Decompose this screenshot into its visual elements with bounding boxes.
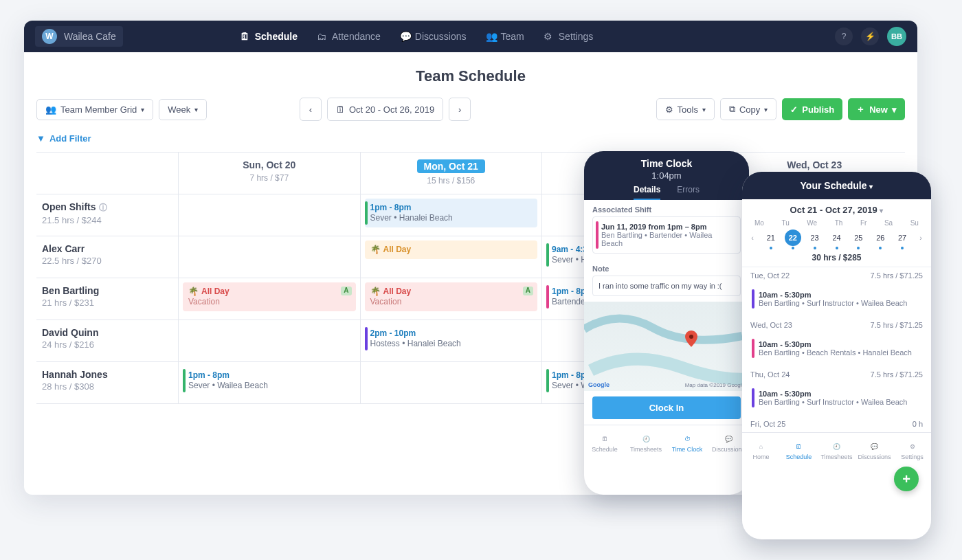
- copy-icon: ⧉: [729, 104, 735, 115]
- shift-bar: [752, 339, 754, 358]
- shift-card[interactable]: 10am - 5:30pmBen Bartling • Surf Instruc…: [750, 287, 923, 311]
- grid-cell[interactable]: [179, 236, 361, 278]
- tools-button[interactable]: ⚙ Tools ▾: [656, 98, 715, 120]
- publish-button[interactable]: ✓ Publish: [782, 98, 842, 120]
- row-header[interactable]: Alex Carr22.5 hrs / $270: [36, 236, 179, 278]
- shift-card[interactable]: 🌴All Day: [365, 240, 538, 259]
- week-range[interactable]: Oct 21 - Oct 27, 2019 ▾: [742, 199, 931, 215]
- nav-discussions[interactable]: 💬Discussions: [400, 31, 467, 42]
- dot-indicator: [901, 247, 904, 249]
- palm-icon: 🌴: [370, 287, 381, 296]
- gear-icon: ⚙: [665, 104, 673, 115]
- next-week[interactable]: ›: [916, 234, 926, 242]
- clock-in-button[interactable]: Clock In: [592, 396, 741, 419]
- shift-card[interactable]: A🌴All DayVacation: [365, 282, 538, 311]
- grid-cell[interactable]: [179, 320, 361, 361]
- phone-title[interactable]: Your Schedule ▾: [742, 180, 931, 191]
- grid-cell[interactable]: 🌴All Day: [361, 236, 543, 278]
- chevron-down-icon: ▾: [702, 106, 706, 113]
- shift-card[interactable]: 1pm - 8pmSever • Hanalei Beach: [365, 199, 538, 227]
- day-header[interactable]: Sun, Oct 207 hrs / $77: [179, 153, 361, 194]
- schedule-icon: 🗓: [240, 31, 251, 42]
- date-range-button[interactable]: 🗓 Oct 20 - Oct 26, 2019: [327, 98, 443, 121]
- day-21[interactable]: 21: [763, 229, 779, 246]
- tab-icon: 💬: [869, 441, 880, 452]
- shift-card[interactable]: 10am - 5:30pmBen Bartling • Beach Rental…: [750, 336, 923, 361]
- help-icon[interactable]: ?: [835, 27, 853, 45]
- tabbar-time clock[interactable]: ⏱Time Clock: [667, 425, 708, 461]
- day-22[interactable]: 22: [785, 229, 801, 246]
- check-icon: ✓: [790, 104, 798, 115]
- map[interactable]: Google Map data ©2019 Google: [584, 302, 749, 391]
- add-filter-link[interactable]: ▼ Add Filter: [24, 133, 917, 152]
- nav-settings[interactable]: ⚙Settings: [544, 31, 594, 42]
- org-name: Wailea Cafe: [64, 31, 116, 42]
- day-27[interactable]: 27: [894, 229, 910, 246]
- next-button[interactable]: ›: [449, 98, 471, 121]
- map-brand: Google: [588, 381, 609, 388]
- chevron-down-icon: ▾: [880, 207, 883, 214]
- nav-team[interactable]: 👥Team: [486, 31, 524, 42]
- day-26[interactable]: 26: [872, 229, 888, 246]
- grid-cell[interactable]: [361, 362, 543, 403]
- day-section-header: Fri, Oct 250 h: [742, 416, 931, 432]
- tabbar-settings[interactable]: ⚙Settings: [893, 433, 931, 469]
- tab-icon: 🗓: [599, 434, 610, 445]
- prev-week[interactable]: ‹: [748, 234, 757, 242]
- org-switcher[interactable]: W Wailea Cafe: [35, 26, 123, 47]
- dot-indicator: [792, 247, 794, 249]
- row-header[interactable]: Ben Bartling21 hrs / $231: [36, 278, 179, 320]
- copy-button[interactable]: ⧉ Copy ▾: [720, 98, 776, 120]
- row-header[interactable]: Hannah Jones28 hrs / $308: [36, 362, 179, 403]
- tabbar-timesheets[interactable]: 🕘Timesheets: [818, 433, 855, 469]
- calendar-icon: 🗓: [336, 104, 345, 115]
- tabbar-schedule[interactable]: 🗓Schedule: [780, 433, 818, 469]
- filter-icon: ▼: [36, 133, 45, 144]
- row-header[interactable]: David Quinn24 hrs / $216: [36, 320, 179, 361]
- dow-label: Tu: [781, 219, 789, 227]
- prev-button[interactable]: ‹: [300, 98, 322, 121]
- shift-card[interactable]: 2pm - 10pmHostess • Hanalei Beach: [365, 324, 538, 353]
- tabbar-discussions[interactable]: 💬Discussions: [855, 433, 893, 469]
- tab-errors[interactable]: Errors: [677, 185, 700, 200]
- shift-card[interactable]: 10am - 5:30pmBen Bartling • Surf Instruc…: [750, 385, 923, 410]
- plus-icon: ＋: [856, 103, 865, 115]
- grid-cell[interactable]: 2pm - 10pmHostess • Hanalei Beach: [361, 320, 543, 361]
- tab-details[interactable]: Details: [634, 185, 660, 200]
- tabbar-timesheets[interactable]: 🕘Timesheets: [625, 425, 667, 461]
- grid-cell[interactable]: [179, 194, 361, 236]
- dot-indicator: [836, 247, 838, 249]
- grid-cell[interactable]: A🌴All DayVacation: [179, 278, 361, 320]
- fab-add-button[interactable]: +: [894, 467, 919, 491]
- day-24[interactable]: 24: [829, 229, 845, 246]
- nav-attendance[interactable]: 🗂Attendance: [317, 31, 381, 42]
- grid-cell[interactable]: 1pm - 8pmSever • Wailea Beach: [179, 362, 361, 403]
- assoc-shift-card[interactable]: Jun 11, 2019 from 1pm – 8pm Ben Bartling…: [592, 216, 741, 254]
- range-switch-button[interactable]: Week ▾: [159, 99, 207, 120]
- bolt-icon[interactable]: ⚡: [861, 27, 879, 45]
- nav-schedule[interactable]: 🗓Schedule: [240, 31, 298, 42]
- row-header[interactable]: Open Shiftsⓘ21.5 hrs / $244: [36, 194, 179, 236]
- tabbar-schedule[interactable]: 🗓Schedule: [584, 425, 625, 461]
- day-25[interactable]: 25: [850, 229, 866, 246]
- grid-cell[interactable]: 1pm - 8pmSever • Hanalei Beach: [361, 194, 543, 236]
- note-label: Note: [592, 265, 741, 273]
- dow-label: We: [807, 219, 817, 227]
- new-button[interactable]: ＋ New ▾: [848, 98, 905, 120]
- day-header[interactable]: Mon, Oct 2115 hrs / $156: [361, 153, 543, 194]
- shift-card[interactable]: 1pm - 8pmSever • Wailea Beach: [183, 366, 356, 395]
- note-card[interactable]: I ran into some traffic on my way in :(: [592, 276, 741, 296]
- chevron-down-icon: ▾: [141, 106, 144, 113]
- shift-bar: [365, 327, 368, 350]
- grid-cell[interactable]: A🌴All DayVacation: [361, 278, 543, 320]
- tabbar-home[interactable]: ⌂Home: [742, 433, 780, 469]
- dow-label: Fr: [860, 219, 866, 227]
- shift-card[interactable]: A🌴All DayVacation: [183, 282, 356, 311]
- phone-subtitle: 1:04pm: [584, 170, 749, 181]
- user-avatar[interactable]: BB: [887, 27, 906, 46]
- settings-icon: ⚙: [544, 31, 555, 42]
- view-switch-button[interactable]: 👥 Team Member Grid ▾: [36, 99, 153, 120]
- day-23[interactable]: 23: [807, 229, 823, 246]
- mobile-time-clock: Time Clock 1:04pm Details Errors Associa…: [584, 151, 749, 495]
- people-icon: 👥: [45, 104, 56, 115]
